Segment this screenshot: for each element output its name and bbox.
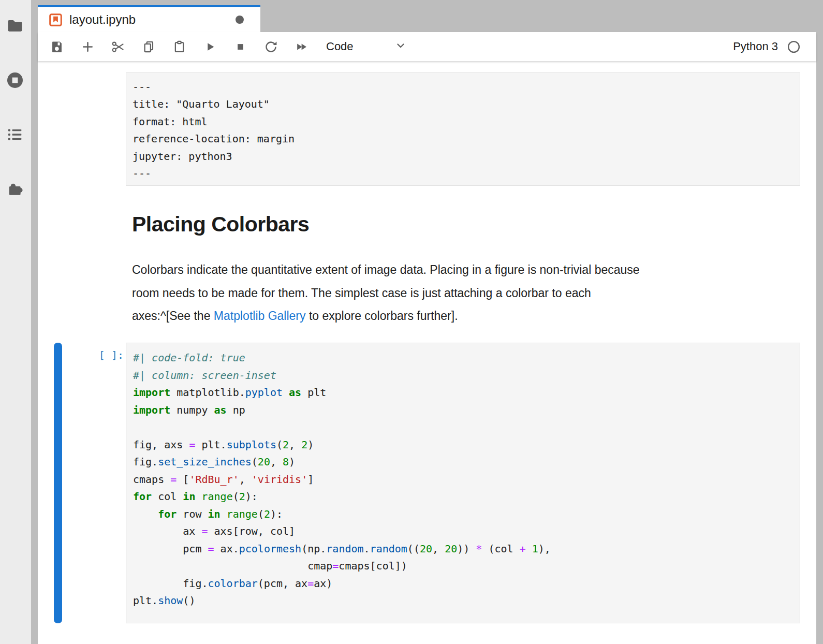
plus-icon [81, 40, 95, 54]
raw-cell-line: --- [133, 165, 793, 182]
code-line: ax = axs[row, col] [133, 523, 793, 540]
sidebar-item-table-of-contents[interactable] [4, 125, 26, 147]
code-line: import numpy as np [133, 402, 793, 419]
code-line: fig, axs = plt.subplots(2, 2) [133, 436, 793, 454]
unsaved-changes-indicator [236, 16, 244, 24]
code-line: plt.show() [133, 592, 793, 610]
kernel-name: Python 3 [733, 40, 778, 53]
paragraph-text: to explore colorbars further]. [306, 309, 458, 323]
raw-cell-line: --- [133, 79, 793, 96]
interrupt-kernel-button[interactable] [233, 40, 247, 54]
paste-cells-button[interactable] [172, 40, 186, 54]
tab-bar: layout.ipynb [38, 0, 816, 32]
left-activity-bar [0, 0, 31, 644]
kernel-indicator[interactable]: Python 3 [733, 40, 801, 54]
insert-cell-button[interactable] [81, 40, 95, 54]
save-button[interactable] [50, 40, 64, 54]
input-prompt: [ ]: [81, 349, 124, 361]
paragraph-line: axes:^[See the Matplotlib Gallery to exp… [132, 304, 640, 328]
paragraph-text: axes:^[See the [132, 309, 214, 323]
raw-cell[interactable]: --- title: "Quarto Layout" format: html … [126, 72, 800, 186]
markdown-paragraph[interactable]: Colorbars indicate the quantitative exte… [132, 258, 640, 328]
tab-layout-ipynb[interactable]: layout.ipynb [38, 5, 260, 32]
list-icon [6, 125, 24, 146]
fast-forward-icon [295, 40, 308, 54]
raw-cell-line: title: "Quarto Layout" [133, 96, 793, 113]
tab-title: layout.ipynb [69, 12, 136, 27]
paragraph-line: Colorbars indicate the quantitative exte… [132, 258, 640, 282]
puzzle-icon [6, 179, 24, 200]
sidebar-item-running-sessions[interactable] [4, 70, 26, 92]
active-cell-collapser[interactable] [54, 343, 62, 623]
sidebar-item-file-browser[interactable] [4, 16, 26, 38]
clipboard-icon [172, 40, 186, 54]
folder-icon [6, 17, 24, 37]
jupyterlab-window: layout.ipynb [0, 0, 823, 644]
raw-cell-line: jupyter: python3 [133, 148, 793, 165]
code-cell-editor[interactable]: #| code-fold: true#| column: screen-inse… [126, 343, 800, 623]
play-icon [203, 40, 217, 54]
code-line: for col in range(2): [133, 488, 793, 506]
code-line: cmaps = ['RdBu_r', 'viridis'] [133, 471, 793, 489]
code-line: import matplotlib.pyplot as plt [133, 384, 793, 402]
cut-cells-button[interactable] [111, 40, 125, 54]
restart-kernel-button[interactable] [264, 40, 278, 54]
chevron-down-icon [394, 39, 407, 54]
copy-cells-button[interactable] [142, 40, 156, 54]
code-line: pcm = ax.pcolormesh(np.random.random((20… [133, 540, 793, 558]
code-line: #| column: screen-inset [133, 367, 793, 385]
notebook-toolbar: Code Python 3 [38, 32, 816, 61]
paragraph-line: room needs to be made for them. The simp… [132, 282, 640, 305]
save-icon [50, 40, 64, 54]
scissors-icon [111, 40, 125, 54]
markdown-heading: Placing Colorbars [132, 212, 309, 237]
restart-run-all-button[interactable] [295, 40, 308, 54]
stop-circle-icon [6, 71, 24, 92]
raw-cell-line: reference-location: margin [133, 130, 793, 148]
code-line: cmap=cmaps[col]) [133, 558, 793, 575]
kernel-status-icon [787, 40, 801, 54]
cell-type-dropdown[interactable]: Code [326, 39, 407, 54]
sidebar-item-extension-manager[interactable] [4, 179, 26, 200]
notebook-icon [49, 13, 63, 27]
raw-cell-line: format: html [133, 113, 793, 130]
run-cell-button[interactable] [203, 40, 217, 54]
restart-icon [264, 40, 278, 54]
code-line: fig.colorbar(pcm, ax=ax) [133, 575, 793, 593]
copy-icon [142, 40, 156, 54]
stop-icon [233, 40, 247, 54]
code-line: fig.set_size_inches(20, 8) [133, 453, 793, 471]
code-line: #| code-fold: true [133, 349, 793, 367]
code-line: for row in range(2): [133, 506, 793, 523]
cell-type-value: Code [326, 40, 354, 53]
matplotlib-gallery-link[interactable]: Matplotlib Gallery [214, 309, 306, 323]
main-panel: layout.ipynb [38, 0, 816, 644]
code-line [133, 419, 793, 436]
notebook-content: --- title: "Quarto Layout" format: html … [38, 61, 816, 644]
